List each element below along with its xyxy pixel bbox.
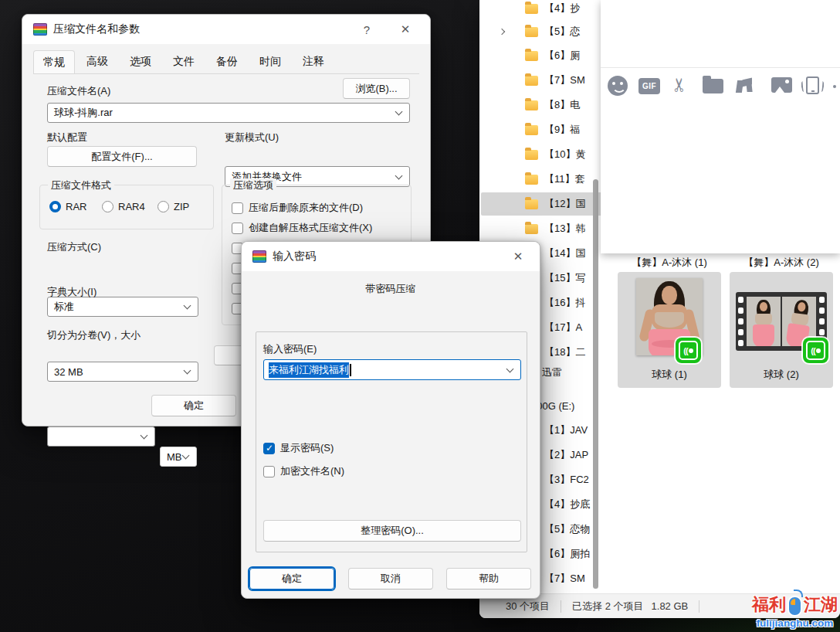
method-combo[interactable]: 标准 bbox=[47, 297, 198, 317]
password-input[interactable]: 来福利江湖找福利 bbox=[263, 359, 521, 380]
profiles-button[interactable]: 配置文件(F)... bbox=[47, 146, 197, 167]
profile-label: 默认配置 bbox=[47, 131, 87, 144]
archive-name-value: 球球-抖胸.rar bbox=[54, 106, 113, 120]
folder-icon bbox=[525, 76, 538, 86]
tree-item[interactable]: 【5】恋 bbox=[481, 20, 614, 43]
radio-zip[interactable]: ZIP bbox=[158, 201, 189, 212]
picture-icon[interactable] bbox=[771, 77, 792, 93]
chevron-down-icon[interactable] bbox=[141, 432, 148, 440]
checkbox-delete-after[interactable]: 压缩后删除原来的文件(D) bbox=[232, 201, 363, 215]
tab-comment[interactable]: 注释 bbox=[293, 49, 334, 73]
tree-item-label: 【6】厕拍 bbox=[544, 547, 590, 561]
radio-rar[interactable]: RAR bbox=[49, 201, 86, 212]
tree-item-label: 【9】福 bbox=[544, 123, 580, 137]
update-mode-label: 更新模式(U) bbox=[225, 131, 279, 144]
dictionary-label: 字典大小(I) bbox=[47, 285, 97, 299]
mouse-icon bbox=[788, 596, 802, 617]
tree-item-label: 【13】韩 bbox=[544, 222, 585, 236]
file-tile-label: 球球 (2) bbox=[730, 368, 833, 382]
more-options-icon[interactable] bbox=[833, 76, 836, 88]
text-caret bbox=[350, 364, 351, 376]
watermark-text-left: 福利 bbox=[752, 593, 786, 617]
chevron-right-icon[interactable] bbox=[499, 29, 505, 35]
status-selection: 已选择 2 个项目 bbox=[572, 600, 643, 613]
close-button[interactable]: ✕ bbox=[501, 242, 535, 271]
browse-button[interactable]: 浏览(B)... bbox=[343, 78, 410, 99]
tree-item-label: 【4】抄 bbox=[544, 2, 580, 15]
tree-item-label: 【3】FC2 bbox=[544, 473, 589, 487]
tree-item-label: 【11】套 bbox=[544, 172, 585, 186]
options-group-label: 压缩选项 bbox=[230, 178, 276, 192]
format-group: 压缩文件格式 RAR RAR4 ZIP bbox=[39, 185, 214, 229]
window-shake-phone-icon[interactable] bbox=[806, 76, 819, 94]
organize-passwords-button[interactable]: 整理密码(O)... bbox=[263, 520, 521, 542]
tab-time[interactable]: 时间 bbox=[249, 49, 291, 73]
chevron-down-icon[interactable] bbox=[184, 367, 191, 375]
dialog-title: 输入密码 bbox=[273, 250, 316, 263]
chat-panel: GIF ✂ bbox=[601, 0, 840, 253]
gif-icon[interactable]: GIF bbox=[638, 78, 660, 94]
tree-item[interactable]: 【4】抄 bbox=[481, 0, 614, 20]
volume-unit-combo[interactable]: MB bbox=[160, 447, 197, 467]
screenshot-scissors-icon[interactable]: ✂ bbox=[672, 74, 687, 96]
close-button[interactable]: ✕ bbox=[388, 15, 422, 44]
tab-files[interactable]: 文件 bbox=[163, 49, 205, 73]
player-badge-icon: (( bbox=[676, 338, 701, 363]
tree-item-label: 【7】SM bbox=[544, 73, 585, 87]
chevron-down-icon[interactable] bbox=[182, 452, 190, 460]
tree-item[interactable]: 【7】SM bbox=[481, 69, 614, 92]
chevron-down-icon[interactable] bbox=[506, 365, 514, 372]
volume-label: 切分为分卷(V)，大小 bbox=[47, 328, 141, 342]
file-tile-video[interactable]: (( 球球 (2) bbox=[730, 272, 833, 388]
tab-general[interactable]: 常规 bbox=[33, 50, 75, 74]
volume-unit-value: MB bbox=[167, 451, 182, 463]
chevron-down-icon[interactable] bbox=[184, 302, 191, 310]
chat-divider bbox=[601, 67, 840, 68]
send-file-folder-icon[interactable] bbox=[703, 76, 723, 93]
checkbox-sfx[interactable]: 创建自解压格式压缩文件(X) bbox=[232, 221, 372, 235]
volume-size-combo[interactable] bbox=[47, 426, 155, 447]
folder-icon bbox=[525, 125, 538, 135]
folder-icon bbox=[525, 175, 538, 185]
screen-share-icon[interactable] bbox=[735, 76, 754, 94]
password-selected-text: 来福利江湖找福利 bbox=[269, 362, 349, 378]
tree-item-label: 【5】恋 bbox=[544, 25, 580, 39]
password-ok-button[interactable]: 确定 bbox=[249, 568, 334, 590]
tree-item[interactable]: 【6】厕 bbox=[481, 44, 614, 67]
tree-item-label: 迅雷 bbox=[542, 365, 562, 379]
tree-item-label: 【18】二 bbox=[544, 345, 585, 359]
emoji-icon[interactable] bbox=[608, 76, 628, 96]
encrypt-filenames-checkbox[interactable]: 加密文件名(N) bbox=[263, 464, 344, 478]
file-tile-image[interactable]: (( 球球 (1) bbox=[618, 272, 721, 388]
tree-item-label: 【4】抄底 bbox=[544, 498, 590, 511]
file-label[interactable]: 【舞】A-沐沐 (2) bbox=[730, 256, 833, 270]
tree-item-label: 【6】厕 bbox=[544, 49, 580, 63]
winrar-icon bbox=[33, 23, 47, 36]
radio-rar4[interactable]: RAR4 bbox=[102, 201, 145, 212]
tree-item-label: 【15】写 bbox=[544, 271, 585, 285]
tree-item[interactable]: 【8】电 bbox=[481, 93, 614, 117]
tree-item-label: 【8】电 bbox=[544, 98, 580, 112]
tree-item[interactable]: 【9】福 bbox=[481, 118, 614, 141]
dictionary-combo[interactable]: 32 MB bbox=[47, 362, 198, 382]
password-help-button[interactable]: 帮助 bbox=[446, 568, 531, 590]
tree-scrollbar[interactable] bbox=[593, 179, 598, 589]
archive-name-combo[interactable]: 球球-抖胸.rar bbox=[47, 103, 410, 123]
folder-icon bbox=[525, 199, 538, 209]
show-password-checkbox[interactable]: 显示密码(S) bbox=[263, 441, 334, 455]
file-label[interactable]: 【舞】A-沐沐 (1) bbox=[618, 256, 721, 270]
password-cancel-button[interactable]: 取消 bbox=[348, 568, 433, 590]
method-value: 标准 bbox=[54, 300, 74, 314]
help-button[interactable]: ? bbox=[350, 15, 384, 44]
winrar-icon bbox=[252, 250, 266, 263]
password-header: 带密码压缩 bbox=[242, 282, 540, 296]
chevron-down-icon[interactable] bbox=[395, 172, 403, 179]
tree-item-label: 【17】A bbox=[544, 321, 582, 335]
watermark-text-right: 江湖 bbox=[804, 593, 838, 617]
tree-item[interactable]: 【10】黄 bbox=[481, 143, 614, 166]
tab-advanced[interactable]: 高级 bbox=[76, 49, 118, 73]
chevron-down-icon[interactable] bbox=[395, 108, 403, 116]
tab-backup[interactable]: 备份 bbox=[206, 49, 248, 73]
ok-button[interactable]: 确定 bbox=[151, 395, 236, 416]
tab-options[interactable]: 选项 bbox=[120, 49, 161, 73]
